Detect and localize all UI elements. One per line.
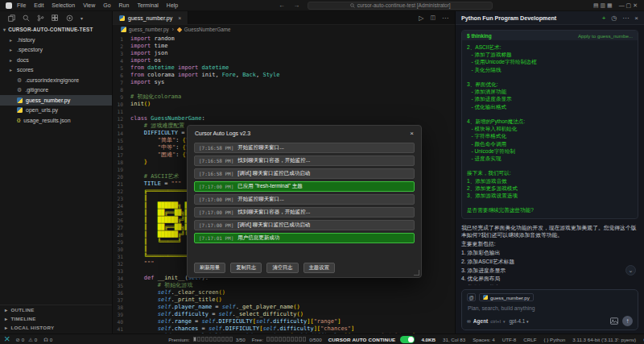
auto-continue-control[interactable]: CURSOR AUTO CONTINUE xyxy=(328,336,415,343)
code-token: difficulty xyxy=(280,325,314,332)
sidebar-section-timeline[interactable]: ▸TIMELINE xyxy=(0,314,112,323)
status-item-2[interactable]: Spaces: 4 xyxy=(473,337,495,342)
code-token: """ xyxy=(171,180,182,187)
code-token: self xyxy=(130,289,171,296)
context-file-chip[interactable]: guess_number.py xyxy=(479,293,534,301)
problems-indicator[interactable]: ⊘0 ⚠0 xyxy=(16,337,38,342)
remote-indicator-icon[interactable]: ⤫ xyxy=(5,336,10,342)
split-editor-icon[interactable]: ◫ xyxy=(430,15,436,21)
sidebar-section-outline[interactable]: ▸OUTLINE xyxy=(0,305,112,314)
status-item-4[interactable]: CRLF xyxy=(523,337,536,342)
thinking-line: - 模块导入和初始化 xyxy=(467,125,633,132)
message-line: 1. 添加彩色输出 xyxy=(461,249,638,257)
menu-item-terminal[interactable]: Terminal xyxy=(137,2,158,8)
tree-item--specstory[interactable]: ▸.specstory xyxy=(0,45,112,56)
section-chevron-icon: ▸ xyxy=(5,325,7,330)
tree-item-guess-number-py[interactable]: guess_number.py xyxy=(0,95,112,106)
tree-item-docs[interactable]: ▸docs xyxy=(0,55,112,65)
scroll-to-bottom-button[interactable]: ⌄ xyxy=(625,265,636,276)
thinking-line: - 颜色命令调用 xyxy=(467,140,633,147)
modal-button-清空日志[interactable]: 清空日志 xyxy=(266,263,298,273)
sidebar-section-local-history[interactable]: ▸LOCAL HISTORY xyxy=(0,323,112,332)
new-chat-icon[interactable]: + xyxy=(602,15,606,22)
extensions-icon[interactable] xyxy=(52,15,59,22)
attach-image-icon[interactable] xyxy=(610,317,618,325)
more-actions-icon[interactable]: ⋯ xyxy=(442,15,448,22)
code-line: 37 self._print_title() xyxy=(113,296,455,304)
code-line: 2import time xyxy=(113,43,455,50)
status-item-0[interactable]: 4.0KB xyxy=(421,337,436,342)
menu-item-file[interactable]: File xyxy=(17,2,26,8)
menu-item-view[interactable]: View xyxy=(83,2,95,8)
free-usage-meter[interactable]: Free: 0/500 xyxy=(252,337,322,342)
menu-item-selection[interactable]: Selection xyxy=(52,2,75,8)
breadcrumb-symbol[interactable]: GuessNumberGame xyxy=(177,27,231,32)
usage-segment xyxy=(193,337,196,342)
tree-item--gitignore[interactable]: ⚙.gitignore xyxy=(0,85,112,96)
run-file-icon[interactable]: ▷ xyxy=(419,15,423,22)
thinking-line: 4、新增的Python魔法点: xyxy=(467,118,633,125)
source-control-icon[interactable] xyxy=(37,15,44,22)
usage-segment xyxy=(275,337,278,342)
layout-toggle-icons[interactable]: ▤ ▥ ▦ xyxy=(593,2,613,9)
menu-item-edit[interactable]: Edit xyxy=(34,2,43,8)
send-button[interactable]: ↑ xyxy=(622,316,633,326)
command-search-box[interactable]: cursor-auto-continue-test [Administrator… xyxy=(308,2,493,10)
ports-indicator[interactable]: ☊0 xyxy=(43,337,52,342)
add-context-button[interactable]: @ xyxy=(467,293,476,301)
files-icon[interactable] xyxy=(8,15,15,22)
thinking-line xyxy=(467,73,633,81)
status-item-3[interactable]: UTF-8 xyxy=(502,337,517,342)
code-token: self xyxy=(130,325,171,332)
chevron-down-icon[interactable]: ▾ xyxy=(80,15,83,21)
code-token: () xyxy=(144,101,151,107)
line-content: """ xyxy=(130,260,155,267)
chat-input[interactable]: Plan, search, build anything xyxy=(468,305,633,311)
tree-item-scores[interactable]: ▸scores xyxy=(0,65,112,76)
history-nav-arrows[interactable]: ← → xyxy=(279,2,303,9)
breadcrumb-file[interactable]: guess_number.py xyxy=(121,27,169,32)
log-message: 已应用 "fresh-terminal" 主题 xyxy=(237,183,302,190)
tree-item--history[interactable]: ▸.history xyxy=(0,35,112,45)
menu-item-run[interactable]: Run xyxy=(119,2,130,8)
apply-to-file-button[interactable]: Apply to guess_numbe... xyxy=(578,33,633,39)
tree-item--cursorindexingignore[interactable]: ⚙.cursorindexingignore xyxy=(0,75,112,85)
broadcast-icon: ☊ xyxy=(43,337,48,342)
tree-item-usage-results-json[interactable]: {}usage_results.json xyxy=(0,115,112,126)
tree-item-open-urls-py[interactable]: open_urls.py xyxy=(0,106,112,116)
menu-item-go[interactable]: Go xyxy=(103,2,110,8)
auto-continue-toggle[interactable] xyxy=(400,336,415,343)
modal-button-主题设置[interactable]: 主题设置 xyxy=(303,263,335,273)
thinking-content: 2、ASCII艺术: - 添加了游戏标题 - 使用Unicode字符绘制边框 -… xyxy=(462,40,638,218)
line-number: 24 xyxy=(113,202,130,209)
more-options-icon[interactable]: ⋯ xyxy=(622,15,629,22)
run-debug-icon[interactable] xyxy=(66,15,73,22)
history-icon[interactable]: ◷ xyxy=(611,15,617,22)
modal-button-复制日志[interactable]: 复制日志 xyxy=(230,263,262,273)
python-file-icon xyxy=(17,107,23,113)
modal-button-刷新用量[interactable]: 刷新用量 xyxy=(194,263,225,273)
close-panel-icon[interactable]: × xyxy=(634,15,638,22)
premium-usage-meter[interactable]: Premium: 3/50 xyxy=(168,337,246,342)
window-controls[interactable]: — ▢ ✕ xyxy=(619,2,638,9)
breadcrumb: guess_number.py › GuessNumberGame xyxy=(113,25,455,34)
code-token: self xyxy=(130,296,171,303)
code-token: "chances" xyxy=(320,325,351,332)
status-item-1[interactable]: 31, Col 83 xyxy=(443,337,465,342)
chat-header: Python Fun Program Development + ◷ ⋯ × xyxy=(456,11,644,25)
tab-guess-number[interactable]: guess_number.py × xyxy=(113,11,188,24)
menu-item-help[interactable]: Help xyxy=(167,2,178,8)
code-line: 3import json xyxy=(113,50,455,57)
status-item-6[interactable]: 3.11.3 64-bit ('3.11.3': pyenv) xyxy=(572,337,636,342)
search-icon[interactable] xyxy=(23,15,30,22)
chat-composer[interactable]: @ guess_number.py Plan, search, build an… xyxy=(461,289,638,330)
status-item-5[interactable]: { } Python xyxy=(543,337,565,342)
workspace-root-folder[interactable]: ▾ CURSOR-AUTO-CONTINUE-TEST xyxy=(0,24,112,35)
close-tab-icon[interactable]: × xyxy=(178,15,181,21)
thinking-line xyxy=(467,110,633,118)
tree-item-label: .history xyxy=(17,37,35,43)
model-selector[interactable]: gpt-4.1 ▾ xyxy=(510,318,529,324)
resize-handle[interactable] xyxy=(414,270,419,276)
close-modal-icon[interactable]: × xyxy=(410,130,414,137)
agent-mode-selector[interactable]: ∞ Agent ctrl+I ▾ xyxy=(467,318,506,324)
